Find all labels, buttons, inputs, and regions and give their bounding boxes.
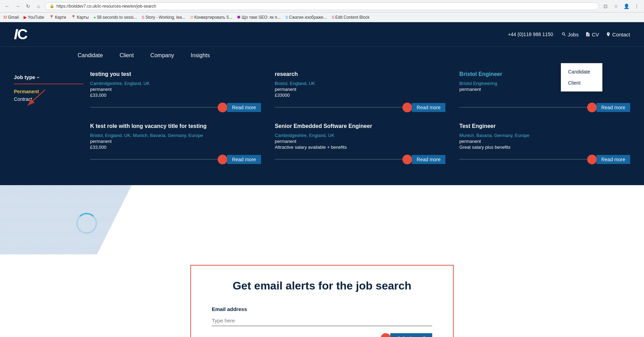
bookmark-seo[interactable]: ⬢ Що таке SEO: як п... — [237, 15, 280, 20]
read-more-line-4 — [90, 159, 218, 159]
submit-circle — [381, 333, 391, 337]
read-more-line-1 — [90, 107, 218, 107]
job-type-4: permanent — [90, 139, 261, 144]
read-more-row-5: Read more — [275, 155, 446, 164]
read-more-btn-4[interactable]: Read more — [218, 155, 261, 164]
sidebar: Job type – Permanent Contract — [14, 71, 90, 164]
bookmark-edit[interactable]: S Edit Content Block — [332, 15, 369, 20]
forward-button[interactable]: → — [14, 2, 21, 10]
bookmark-button[interactable]: ☆ — [612, 2, 620, 10]
read-more-btn-6[interactable]: Read more — [587, 155, 630, 164]
job-type-1: permanent — [90, 87, 261, 92]
read-more-text-2[interactable]: Read more — [412, 103, 445, 112]
read-more-text-3[interactable]: Read more — [597, 103, 630, 112]
lock-icon: 🔒 — [50, 4, 54, 8]
read-more-row-6: Read more — [459, 155, 630, 164]
logo[interactable]: IC — [14, 27, 27, 42]
browser-chrome: ← → ↻ ⌂ 🔒 https://bolddev7.co.uk/ic-reso… — [0, 0, 644, 12]
address-bar[interactable]: 🔒 https://bolddev7.co.uk/ic-resources-ne… — [45, 2, 599, 10]
nav-contact[interactable]: Contact — [606, 32, 630, 37]
bookmark-compress[interactable]: S Сжатие изображе... — [285, 15, 327, 20]
url-text: https://bolddev7.co.uk/ic-resources-new/… — [56, 4, 156, 9]
svg-line-1 — [28, 90, 45, 105]
job-type-2: permanent — [275, 87, 446, 92]
bookmark-convert[interactable]: ⊙ Конвертировать 5... — [190, 15, 233, 20]
bookmark-maps2[interactable]: 📍 Карты — [71, 15, 89, 20]
filter-title: Job type – — [14, 74, 83, 80]
back-button[interactable]: ← — [3, 2, 11, 10]
read-more-row-2: Read more — [275, 103, 446, 112]
read-more-line-5 — [275, 159, 403, 159]
nav-right: +44 (0)118 988 1150 Jobs CV Contact — [508, 32, 630, 37]
loading-spinner — [76, 213, 97, 234]
job-location-6: Munich, Bavaria, Germany, Europe — [459, 133, 630, 138]
job-card-5: Senior Embedded Software Engineer Cambri… — [275, 123, 446, 164]
job-salary-5: Attractive salary available + benefits — [275, 145, 446, 150]
profile-button[interactable]: 👤 — [623, 2, 630, 10]
bookmark-maps1[interactable]: 📍 Карти — [49, 15, 66, 20]
job-card-3: Bristol Engineer Bristol Engineering per… — [459, 71, 630, 112]
decorative-section — [0, 185, 644, 254]
pattern-block — [0, 185, 146, 254]
read-more-text-5[interactable]: Read more — [412, 155, 445, 164]
job-title-5: Senior Embedded Software Engineer — [275, 123, 446, 130]
read-more-text-1[interactable]: Read more — [227, 103, 261, 112]
read-more-row-3: Read more — [459, 103, 630, 112]
job-location-2: Bristol, England, UK — [275, 81, 446, 86]
bookmark-youtube[interactable]: ▶ YouTube — [24, 15, 44, 20]
nav-candidate[interactable]: Candidate — [76, 52, 104, 59]
read-more-circle-2 — [402, 103, 412, 112]
read-more-line-3 — [459, 107, 587, 107]
job-card-2: research Bristol, England, UK permanent … — [275, 71, 446, 112]
top-nav: IC +44 (0)118 988 1150 Jobs CV Contact — [0, 22, 644, 46]
nav-client[interactable]: Client — [118, 52, 135, 59]
bookmark-58sec[interactable]: ● 58 seconds to sessi... — [94, 15, 137, 20]
nav-jobs[interactable]: Jobs — [562, 32, 579, 37]
read-more-text-6[interactable]: Read more — [597, 155, 630, 164]
nav-phone: +44 (0)118 988 1150 — [508, 32, 553, 37]
job-location-1: Cambridgeshire, England, UK — [90, 81, 261, 86]
home-button[interactable]: ⌂ — [35, 2, 42, 10]
email-alerts-wrapper: Get email alerts for the job search Emai… — [0, 254, 644, 337]
extensions-button[interactable]: ⊡ — [602, 2, 609, 10]
job-benefits-6: Great salary plus benefits — [459, 145, 630, 150]
read-more-btn-5[interactable]: Read more — [402, 155, 445, 164]
read-more-btn-3[interactable]: Read more — [587, 103, 630, 112]
read-more-row-1: Read more — [90, 103, 261, 112]
filter-divider — [14, 84, 83, 84]
job-type-3: permanent — [459, 87, 630, 92]
submit-button[interactable]: Submit email — [390, 333, 432, 337]
job-location-3: Bristol Engineering — [459, 81, 630, 86]
read-more-line-2 — [275, 107, 403, 107]
job-type-5: permanent — [275, 139, 446, 144]
submit-row: Submit email — [212, 333, 432, 337]
email-input[interactable] — [212, 316, 432, 326]
job-location-5: Cambridgeshire, England, UK — [275, 133, 446, 138]
job-title-6: Test Engineer — [459, 123, 630, 130]
dropdown-candidate[interactable]: Candidate — [561, 66, 602, 77]
bookmark-gmail[interactable]: M Gmail — [3, 15, 19, 20]
job-type-6: permanent — [459, 139, 630, 144]
read-more-circle-1 — [218, 103, 227, 112]
nav-insights[interactable]: Insights — [189, 52, 211, 59]
job-card-4: K test role with long vacancy title for … — [90, 123, 261, 164]
nav-cv[interactable]: CV — [585, 32, 599, 37]
bookmark-story[interactable]: S Story - Working, lea... — [142, 15, 185, 20]
job-card-1: testing you test Cambridgeshire, England… — [90, 71, 261, 112]
nav-company[interactable]: Company — [149, 52, 175, 59]
nav-links: Jobs CV Contact — [562, 32, 630, 37]
read-more-circle-5 — [402, 155, 412, 164]
main-content: Job type – Permanent Contract testin — [0, 64, 644, 185]
menu-button[interactable]: ⋮ — [633, 2, 641, 10]
page-wrapper: IC +44 (0)118 988 1150 Jobs CV Contact — [0, 22, 644, 337]
job-title-4: K test role with long vacancy title for … — [90, 123, 261, 130]
read-more-circle-6 — [587, 155, 597, 164]
nav-dropdown: Candidate Client — [561, 63, 602, 92]
read-more-text-4[interactable]: Read more — [227, 155, 261, 164]
read-more-btn-2[interactable]: Read more — [402, 103, 445, 112]
read-more-btn-1[interactable]: Read more — [218, 103, 261, 112]
job-title-1: testing you test — [90, 71, 261, 78]
dropdown-client[interactable]: Client — [561, 77, 602, 88]
reload-button[interactable]: ↻ — [24, 2, 32, 10]
bookmarks-bar: M Gmail ▶ YouTube 📍 Карти 📍 Карты ● 58 s… — [0, 12, 644, 22]
